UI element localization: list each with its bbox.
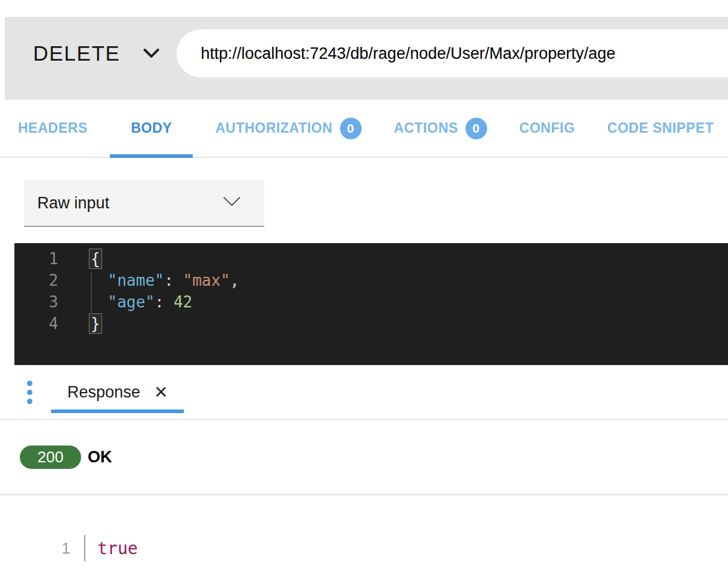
status-text: OK: [88, 448, 112, 467]
tab-headers[interactable]: HEADERS: [8, 100, 98, 157]
request-bar: DELETE http://localhost:7243/db/rage/nod…: [5, 17, 728, 100]
request-tabs: HEADERS BODY AUTHORIZATION 0 ACTIONS 0 C…: [0, 100, 728, 158]
close-icon[interactable]: ×: [155, 381, 168, 403]
code-line: 2 "name": "max",: [14, 270, 728, 291]
response-tab-label: Response: [67, 383, 141, 402]
code-line: 4 }: [14, 313, 728, 334]
tab-headers-label: HEADERS: [18, 120, 88, 136]
json-key-token: "age": [108, 293, 154, 311]
dot-icon: [27, 390, 32, 395]
chevron-down-icon: [222, 196, 241, 210]
status-row: 200 OK: [0, 420, 728, 495]
response-line-number: 1: [0, 539, 70, 558]
tab-body[interactable]: BODY: [110, 100, 193, 157]
body-input-mode-select[interactable]: Raw input: [24, 180, 264, 227]
json-number-token: 42: [174, 293, 192, 311]
method-label: DELETE: [33, 41, 120, 65]
code-line: 1 {: [14, 248, 728, 270]
tab-actions-label: ACTIONS: [394, 120, 458, 136]
authorization-count-badge: 0: [340, 118, 362, 139]
status-code-badge: 200: [20, 446, 81, 469]
separator-token: :: [155, 293, 174, 311]
dot-icon: [27, 381, 32, 386]
request-body-editor[interactable]: 1 { 2 "name": "max", 3 "age": 42 4 }: [14, 243, 728, 365]
line-number: 4: [14, 313, 58, 334]
tab-config-label: CONFIG: [520, 120, 575, 136]
tab-authorization-label: AUTHORIZATION: [215, 120, 332, 136]
response-tab[interactable]: Response ×: [51, 365, 184, 419]
comma-token: ,: [230, 271, 240, 289]
response-options-menu-button[interactable]: [27, 381, 32, 404]
body-input-mode-value: Raw input: [37, 194, 109, 213]
gutter-divider: [84, 535, 85, 561]
actions-count-badge: 0: [466, 118, 487, 139]
line-number: 2: [14, 270, 58, 291]
json-key-token: "name": [108, 271, 164, 289]
tab-body-label: BODY: [131, 120, 172, 136]
method-select[interactable]: DELETE: [33, 41, 160, 65]
response-viewer: 1 true: [0, 535, 728, 580]
tab-actions[interactable]: ACTIONS 0: [384, 100, 497, 157]
body-panel: Raw input 1 { 2 "name": "max", 3 "age": …: [0, 180, 728, 365]
response-tabbar: Response ×: [0, 365, 728, 420]
json-string-token: "max": [183, 271, 230, 289]
separator-token: :: [164, 271, 183, 289]
response-value: true: [97, 539, 138, 558]
tab-config[interactable]: CONFIG: [509, 100, 585, 157]
tab-authorization[interactable]: AUTHORIZATION 0: [205, 100, 371, 157]
close-brace-token: }: [89, 313, 102, 334]
dot-icon: [27, 399, 32, 404]
indent-guide: [91, 272, 92, 314]
url-text: http://localhost:7243/db/rage/node/User/…: [177, 44, 615, 63]
open-brace-token: {: [89, 249, 102, 269]
code-line: 3 "age": 42: [14, 291, 728, 313]
line-number: 3: [14, 291, 58, 313]
line-number: 1: [14, 248, 58, 270]
response-line: 1 true: [0, 535, 728, 561]
chevron-down-icon: [143, 48, 160, 59]
tab-code-snippet[interactable]: CODE SNIPPET: [597, 100, 724, 157]
tab-code-snippet-label: CODE SNIPPET: [607, 120, 714, 136]
url-input[interactable]: http://localhost:7243/db/rage/node/User/…: [177, 29, 728, 77]
